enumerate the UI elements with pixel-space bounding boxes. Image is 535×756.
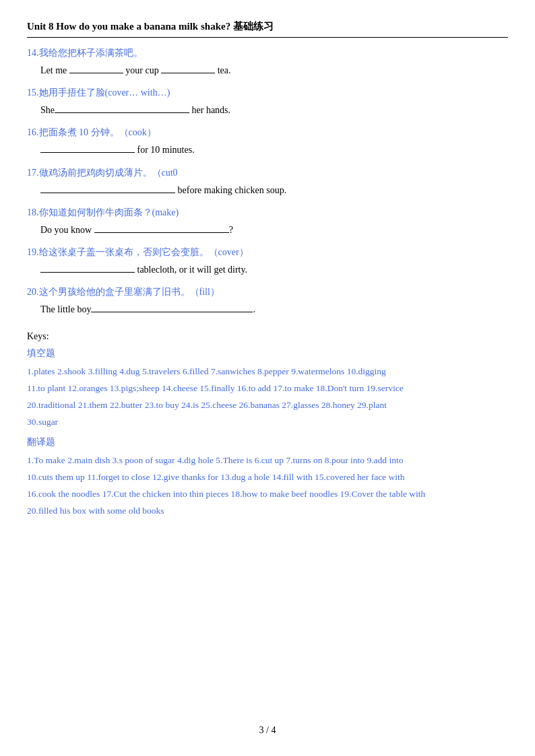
q17-label: 17.做鸡汤前把鸡肉切成薄片。（cut0 <box>27 167 508 179</box>
question-17: 17.做鸡汤前把鸡肉切成薄片。（cut0 before making chick… <box>27 167 508 199</box>
page-number: 3 / 4 <box>259 725 276 736</box>
q14-label: 14.我给您把杯子添满茶吧。 <box>27 47 508 59</box>
keys-section: Keys: 填空题 1.plates 2.shook 3.filling 4.d… <box>27 331 508 520</box>
q16-blank <box>40 142 135 153</box>
q19-label: 19.给这张桌子盖一张桌布，否则它会变脏。（cover） <box>27 246 508 259</box>
q16-label: 16.把面条煮 10 分钟。（cook） <box>27 127 508 139</box>
q17-english: before making chicken soup. <box>40 182 508 199</box>
q19-blank <box>40 262 135 273</box>
q16-english: for 10 minutes. <box>40 141 508 158</box>
fill-text: 1.plates 2.shook 3.filling 4.dug 5.trave… <box>27 364 508 431</box>
title: Unit 8 How do you make a banana milk sha… <box>27 20 508 33</box>
q20-blank <box>91 302 253 312</box>
question-15: 15.她用手捂住了脸(cover… with…) She her hands. <box>27 87 508 118</box>
q15-english: She her hands. <box>40 102 508 118</box>
q18-blank <box>94 222 229 233</box>
question-20: 20.这个男孩给他的盒子里塞满了旧书。（fill） The little boy… <box>27 286 508 318</box>
q15-label: 15.她用手捂住了脸(cover… with…) <box>27 87 508 99</box>
q17-blank <box>40 182 175 193</box>
question-16: 16.把面条煮 10 分钟。（cook） for 10 minutes. <box>27 127 508 158</box>
question-18: 18.你知道如何制作牛肉面条？(make) Do you know ? <box>27 207 508 238</box>
q14-blank2 <box>161 63 215 73</box>
q14-english: Let me your cup tea. <box>40 62 508 79</box>
title-divider <box>27 37 508 38</box>
q14-blank1 <box>69 63 123 73</box>
fill-header: 填空题 <box>27 347 508 359</box>
q18-label: 18.你知道如何制作牛肉面条？(make) <box>27 207 508 219</box>
translate-header: 翻译题 <box>27 436 508 448</box>
q15-blank <box>55 102 189 113</box>
q19-english: tablecloth, or it will get dirty. <box>40 261 508 278</box>
keys-title: Keys: <box>27 331 508 342</box>
q18-english: Do you know ? <box>40 221 508 238</box>
question-19: 19.给这张桌子盖一张桌布，否则它会变脏。（cover） tablecloth,… <box>27 246 508 278</box>
translate-text: 1.To make 2.main dish 3.s poon of sugar … <box>27 452 508 520</box>
question-14: 14.我给您把杯子添满茶吧。 Let me your cup tea. <box>27 47 508 79</box>
q20-english: The little boy. <box>40 301 508 318</box>
q20-label: 20.这个男孩给他的盒子里塞满了旧书。（fill） <box>27 286 508 298</box>
